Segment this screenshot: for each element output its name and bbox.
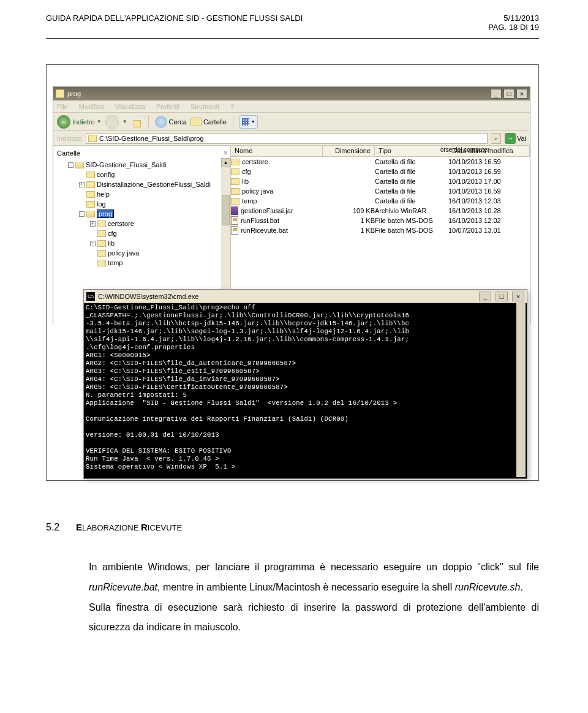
view-button[interactable]: ▼ bbox=[239, 115, 258, 129]
go-button[interactable]: → Vai bbox=[505, 133, 526, 144]
list-item[interactable]: cfgCartella di file10/10/2013 16.59 bbox=[231, 167, 530, 176]
menu-file[interactable]: File bbox=[57, 103, 68, 110]
tree-item-label: lib bbox=[108, 240, 115, 247]
file-date: 16/10/2013 12.02 bbox=[448, 217, 530, 224]
tree-item[interactable]: log bbox=[57, 199, 230, 209]
list-item[interactable]: runFlussi.bat1 KBFile batch MS-DOS16/10/… bbox=[231, 216, 530, 225]
back-button[interactable]: ← Indietro ▼ bbox=[57, 115, 102, 129]
folder-icon bbox=[97, 250, 106, 257]
forward-button[interactable] bbox=[105, 115, 119, 129]
file-type: Cartella di file bbox=[375, 187, 448, 195]
explorer-titlebar[interactable]: prog _ □ × bbox=[53, 87, 530, 100]
folders-button[interactable]: Cartelle bbox=[190, 118, 227, 126]
file-name: temp bbox=[242, 197, 257, 205]
close-button[interactable]: × bbox=[512, 292, 524, 301]
list-item[interactable]: runRicevute.bat1 KBFile batch MS-DOS10/0… bbox=[231, 225, 530, 235]
expand-icon[interactable]: + bbox=[90, 221, 96, 227]
tree-item[interactable]: help bbox=[57, 189, 230, 199]
file-size: 1 KB bbox=[323, 217, 375, 224]
cmd-output: C:\SID-Gestione_Flussi_Saldi\prog>echo o… bbox=[84, 303, 527, 478]
tree-item-label: certstore bbox=[108, 220, 134, 227]
chevron-down-icon[interactable]: ▼ bbox=[123, 119, 127, 124]
list-item[interactable]: gestioneFlussi.jar109 KBArchivio WinRAR1… bbox=[231, 206, 530, 216]
scroll-up-icon[interactable]: ▲ bbox=[221, 158, 230, 167]
folder-icon bbox=[97, 260, 106, 266]
file-date: 16/10/2013 12.03 bbox=[448, 197, 530, 205]
folder-icon bbox=[97, 230, 106, 237]
file-type: Cartella di file bbox=[375, 178, 448, 185]
file-runricevute-sh: runRicevute.sh bbox=[455, 582, 521, 592]
explorer-toolbar: ← Indietro ▼ ▼ Cerca Cartelle ▼ bbox=[53, 113, 530, 131]
doc-date: 5/11/2013 bbox=[503, 13, 539, 23]
file-type: Cartella di file bbox=[375, 158, 448, 165]
collapse-icon[interactable]: - bbox=[79, 211, 85, 217]
cmd-title-text: C:\WINDOWS\system32\cmd.exe bbox=[98, 293, 198, 300]
jar-icon bbox=[231, 206, 238, 215]
maximize-button[interactable]: □ bbox=[496, 292, 508, 301]
menu-help[interactable]: ? bbox=[230, 103, 234, 110]
folder-icon bbox=[86, 172, 95, 178]
expand-icon[interactable]: + bbox=[90, 241, 96, 246]
folder-icon bbox=[231, 178, 239, 185]
close-pane-icon[interactable]: × bbox=[223, 148, 228, 157]
file-type: File batch MS-DOS bbox=[375, 227, 448, 234]
tree-item[interactable]: policy java bbox=[57, 248, 230, 258]
close-button[interactable]: × bbox=[516, 89, 527, 99]
blank bbox=[79, 202, 85, 207]
search-icon bbox=[155, 116, 167, 128]
cmd-scrollbar[interactable] bbox=[516, 303, 526, 477]
maximize-button[interactable]: □ bbox=[503, 89, 514, 99]
menu-visualizza[interactable]: Visualizza bbox=[115, 103, 145, 110]
tree-item-label: policy java bbox=[108, 249, 139, 257]
folder-icon bbox=[86, 211, 95, 217]
para-text-2: , mentre in ambiente Linux/Macintosh è n… bbox=[157, 582, 455, 592]
file-type: Cartella di file bbox=[375, 197, 448, 205]
file-runricevute-bat: runRicevute.bat bbox=[89, 582, 157, 592]
blank bbox=[79, 172, 85, 178]
tree-item[interactable]: +Disinstallazione_GestioneFlussi_Saldi bbox=[57, 179, 230, 189]
file-date: 10/10/2013 16.59 bbox=[448, 187, 530, 195]
file-type: Archivio WinRAR bbox=[375, 207, 448, 214]
minimize-button[interactable]: _ bbox=[479, 292, 491, 301]
file-date: 10/10/2013 16.59 bbox=[448, 158, 530, 165]
tree-item[interactable]: -SID-Gestione_Flussi_Saldi bbox=[57, 160, 230, 170]
menu-strumenti[interactable]: Strumenti bbox=[190, 103, 219, 110]
col-name[interactable]: Nome bbox=[231, 146, 323, 156]
cmd-titlebar[interactable]: C:\ C:\WINDOWS\system32\cmd.exe _ □ × bbox=[84, 290, 527, 303]
list-item[interactable]: libCartella di file10/10/2013 17.00 bbox=[231, 176, 530, 186]
menu-preferiti[interactable]: Preferiti bbox=[156, 103, 179, 110]
tree-item[interactable]: +certstore bbox=[57, 219, 230, 228]
address-dropdown[interactable]: ⌄ bbox=[491, 133, 501, 144]
list-item[interactable]: policy javaCartella di file10/10/2013 16… bbox=[231, 186, 530, 196]
tree-item[interactable]: +lib bbox=[57, 238, 230, 248]
chevron-down-icon[interactable]: ▼ bbox=[97, 119, 102, 124]
collapse-icon[interactable]: - bbox=[68, 162, 74, 168]
col-type[interactable]: Tipo bbox=[375, 146, 448, 156]
list-item[interactable]: certstoreCartella di file10/10/2013 16.5… bbox=[231, 157, 530, 167]
address-input[interactable]: C:\SID-Gestione_Flussi_Saldi\prog bbox=[86, 133, 488, 144]
folder-icon bbox=[86, 201, 95, 208]
folder-icon bbox=[231, 159, 239, 165]
minimize-button[interactable]: _ bbox=[491, 89, 502, 99]
expand-icon[interactable]: + bbox=[79, 182, 85, 187]
file-size: 1 KB bbox=[323, 227, 375, 234]
file-date: 10/10/2013 16.59 bbox=[448, 168, 530, 175]
scroll-thumb[interactable] bbox=[222, 195, 230, 225]
back-icon: ← bbox=[57, 115, 70, 129]
menu-modifica[interactable]: Modifica bbox=[79, 103, 104, 110]
tree-item[interactable]: cfg bbox=[57, 228, 230, 238]
tree-item[interactable]: temp bbox=[57, 258, 230, 268]
para-text-4: Sulla finestra di esecuzione sarà richie… bbox=[89, 602, 539, 633]
tree-item[interactable]: config bbox=[57, 170, 230, 179]
blank bbox=[79, 192, 85, 197]
tree-item[interactable]: -prog bbox=[57, 209, 230, 219]
file-type: File batch MS-DOS bbox=[375, 217, 448, 224]
search-button[interactable]: Cerca bbox=[155, 116, 187, 128]
col-dim[interactable]: Dimensione bbox=[323, 146, 375, 156]
list-item[interactable]: tempCartella di file16/10/2013 12.03 bbox=[231, 196, 530, 206]
file-date: 10/10/2013 17.00 bbox=[448, 178, 530, 185]
up-button[interactable] bbox=[131, 116, 142, 127]
tree-item-label: help bbox=[97, 191, 110, 198]
blank bbox=[90, 251, 96, 256]
pag-value: 18 DI 19 bbox=[509, 23, 539, 32]
